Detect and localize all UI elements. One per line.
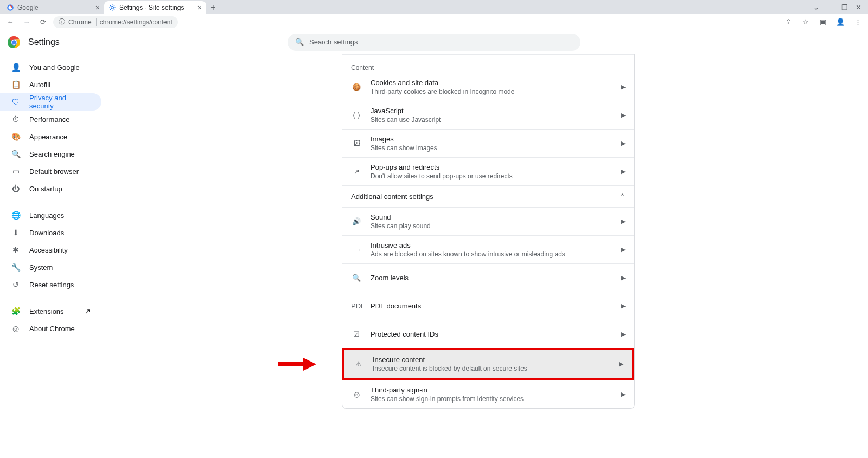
row-title: Protected content IDs xyxy=(371,330,612,338)
share-icon[interactable]: ⇪ xyxy=(782,16,794,28)
sidebar-item-label: Downloads xyxy=(29,229,64,237)
system-icon: 🔧 xyxy=(11,263,21,272)
star-icon[interactable]: ☆ xyxy=(800,16,812,28)
sidebar-item-label: Accessibility xyxy=(29,246,68,254)
sidebar-item-label: Extensions xyxy=(29,307,64,315)
row-title: Cookies and site data xyxy=(371,79,612,87)
close-icon[interactable]: × xyxy=(197,3,202,12)
maximize-icon[interactable]: ❐ xyxy=(841,3,848,11)
content-pane[interactable]: Content🍪Cookies and site dataThird-party… xyxy=(108,54,868,458)
chrome-logo-icon xyxy=(8,36,21,49)
row-images[interactable]: 🖼ImagesSites can show images▶ xyxy=(342,129,634,157)
row-title: Zoom levels xyxy=(371,274,612,282)
performance-icon: ⏱ xyxy=(11,115,21,124)
sidebar-item-default-browser[interactable]: ▭Default browser xyxy=(0,163,101,180)
about-icon: ◎ xyxy=(11,324,21,333)
row-cookies[interactable]: 🍪Cookies and site dataThird-party cookie… xyxy=(342,73,634,101)
browser-toolbar: ← → ⟳ ⓘ Chrome chrome://settings/content… xyxy=(0,14,868,30)
forward-button[interactable]: → xyxy=(21,16,33,28)
side-panel-icon[interactable]: ▣ xyxy=(817,16,829,28)
sidebar-item-label: You and Google xyxy=(29,63,80,72)
sidebar-item-about[interactable]: ◎About Chrome xyxy=(0,320,101,337)
chevron-right-icon: ▶ xyxy=(621,274,626,281)
zoom-icon: 🔍 xyxy=(351,274,362,282)
url-text: chrome://settings/content xyxy=(100,18,173,26)
tab-title: Google xyxy=(17,4,92,11)
row-title: PDF documents xyxy=(371,302,612,310)
sidebar-item-system[interactable]: 🔧System xyxy=(0,259,101,276)
chevron-right-icon: ▶ xyxy=(621,391,626,398)
search-settings[interactable]: 🔍 xyxy=(288,34,580,51)
reload-button[interactable]: ⟳ xyxy=(37,16,49,28)
sidebar-item-reset[interactable]: ↺Reset settings xyxy=(0,276,101,293)
row-sound[interactable]: 🔊SoundSites can play sound▶ xyxy=(342,207,634,235)
row-subtitle: Insecure content is blocked by default o… xyxy=(373,365,610,372)
privacy-icon: 🛡 xyxy=(11,98,21,106)
chevron-right-icon: ▶ xyxy=(621,168,626,175)
row-ads[interactable]: ▭Intrusive adsAds are blocked on sites k… xyxy=(342,235,634,263)
window-controls: ⌄ — ❐ ✕ xyxy=(807,0,868,14)
sidebar-item-label: System xyxy=(29,263,53,272)
tab-google[interactable]: Google × xyxy=(2,1,104,14)
chevron-right-icon: ▶ xyxy=(621,83,626,91)
row-title: Sound xyxy=(371,213,612,221)
sidebar-item-label: Performance xyxy=(29,115,69,124)
sidebar-item-downloads[interactable]: ⬇Downloads xyxy=(0,224,101,241)
row-title: Insecure content xyxy=(373,356,610,364)
row-fedid[interactable]: ◎Third-party sign-inSites can show sign-… xyxy=(342,380,634,408)
search-input[interactable] xyxy=(309,38,573,46)
reset-icon: ↺ xyxy=(11,280,21,289)
chevron-down-icon[interactable]: ⌄ xyxy=(813,3,819,11)
sidebar-item-extensions[interactable]: 🧩Extensions↗ xyxy=(0,302,101,320)
sidebar-item-privacy[interactable]: 🛡Privacy and security xyxy=(0,93,101,111)
row-insecure[interactable]: ⚠Insecure contentInsecure content is blo… xyxy=(342,348,634,380)
sidebar-item-on-startup[interactable]: ⏻On startup xyxy=(0,180,101,197)
profile-avatar[interactable]: 👤 xyxy=(834,16,846,28)
sidebar-item-languages[interactable]: 🌐Languages xyxy=(0,207,101,224)
settings-favicon xyxy=(108,4,116,11)
sidebar-item-appearance[interactable]: 🎨Appearance xyxy=(0,128,101,145)
you-and-google-icon: 👤 xyxy=(11,63,21,72)
row-title: Intrusive ads xyxy=(371,241,612,249)
row-popups[interactable]: ↗Pop-ups and redirectsDon't allow sites … xyxy=(342,157,634,185)
sidebar-item-accessibility[interactable]: ✱Accessibility xyxy=(0,241,101,259)
row-protected[interactable]: ☑Protected content IDs▶ xyxy=(342,320,634,348)
close-icon[interactable]: × xyxy=(95,3,100,12)
row-title: Third-party sign-in xyxy=(371,386,612,394)
minimize-icon[interactable]: — xyxy=(827,3,834,11)
sidebar-item-autofill[interactable]: 📋Autofill xyxy=(0,76,101,93)
sidebar-item-search-engine[interactable]: 🔍Search engine xyxy=(0,145,101,163)
downloads-icon: ⬇ xyxy=(11,228,21,237)
page-title: Settings xyxy=(28,37,60,47)
new-tab-button[interactable]: + xyxy=(206,1,220,14)
row-subtitle: Don't allow sites to send pop-ups or use… xyxy=(371,172,612,180)
protected-icon: ☑ xyxy=(351,330,362,338)
row-javascript[interactable]: ⟨ ⟩JavaScriptSites can use Javascript▶ xyxy=(342,101,634,129)
popups-icon: ↗ xyxy=(351,167,362,176)
additional-content-settings-expander[interactable]: Additional content settings⌃ xyxy=(342,185,634,207)
ads-icon: ▭ xyxy=(351,246,362,254)
sidebar-item-performance[interactable]: ⏱Performance xyxy=(0,111,101,128)
languages-icon: 🌐 xyxy=(11,211,21,220)
close-window-icon[interactable]: ✕ xyxy=(856,3,861,11)
chevron-right-icon: ▶ xyxy=(621,331,626,338)
row-subtitle: Sites can show sign-in prompts from iden… xyxy=(371,395,612,403)
search-engine-icon: 🔍 xyxy=(11,150,21,158)
omnibox[interactable]: ⓘ Chrome chrome://settings/content xyxy=(53,16,178,28)
svg-marker-7 xyxy=(303,358,316,371)
back-button[interactable]: ← xyxy=(4,16,16,28)
appearance-icon: 🎨 xyxy=(11,132,21,141)
sound-icon: 🔊 xyxy=(351,217,362,225)
search-icon: 🔍 xyxy=(295,38,304,46)
row-pdf[interactable]: PDFPDF documents▶ xyxy=(342,292,634,320)
tab-settings[interactable]: Settings - Site settings × xyxy=(104,1,206,14)
default-browser-icon: ▭ xyxy=(11,167,21,176)
sidebar-item-you-and-google[interactable]: 👤You and Google xyxy=(0,59,101,76)
settings-header: Settings 🔍 xyxy=(0,30,868,54)
images-icon: 🖼 xyxy=(351,139,362,147)
sidebar-item-label: Languages xyxy=(29,211,64,220)
external-link-icon: ↗ xyxy=(85,307,91,315)
row-zoom[interactable]: 🔍Zoom levels▶ xyxy=(342,263,634,292)
chevron-right-icon: ▶ xyxy=(621,140,626,147)
kebab-menu-icon[interactable]: ⋮ xyxy=(852,16,864,28)
